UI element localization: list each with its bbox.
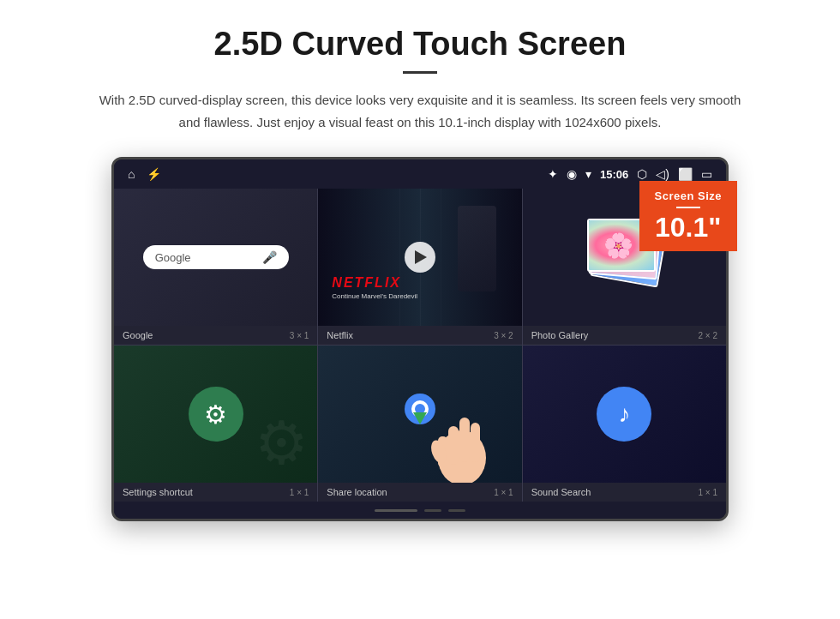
bg-gear-icon: ⚙ [255, 408, 309, 478]
page-description: With 2.5D curved-display screen, this de… [94, 89, 746, 133]
device-frame: ⌂ ⚡ ✦ ◉ ▾ 15:06 ⬡ ◁) ⬜ ▭ [111, 157, 729, 521]
tv-icon: ⬜ [678, 167, 693, 181]
status-left: ⌂ ⚡ [128, 167, 161, 181]
bottom-nav-bar [114, 502, 726, 519]
app-cell-netflix[interactable]: NETFLIX Continue Marvel's Daredevil Netf… [318, 189, 522, 345]
svg-rect-7 [471, 423, 480, 462]
app-cell-google[interactable]: Google 🎤 Google 3 × 1 [114, 189, 318, 345]
google-mic-icon: 🎤 [262, 250, 277, 264]
sound-icon-bg: ♪ [597, 387, 651, 442]
location-icon: ◉ [567, 167, 577, 181]
nav-dot-2 [448, 509, 465, 512]
app-grid: Google 🎤 Google 3 × 1 [114, 189, 726, 502]
netflix-logo: NETFLIX [332, 275, 417, 291]
bluetooth-icon: ✦ [548, 167, 558, 181]
app-row-1: Google 🎤 Google 3 × 1 [114, 189, 726, 346]
share-location-label: Share location [327, 487, 387, 497]
window-icon: ▭ [701, 167, 712, 181]
badge-size: 10.1" [655, 213, 723, 243]
badge-divider [676, 207, 700, 208]
device-wrapper: Screen Size 10.1" ⌂ ⚡ ✦ ◉ ▾ 15:06 ⬡ [111, 157, 729, 521]
wifi-icon: ▾ [585, 167, 591, 181]
photo-gallery-size: 2 × 2 [698, 331, 717, 340]
gear-icon: ⚙ [204, 400, 227, 430]
badge-title: Screen Size [655, 189, 723, 202]
svg-rect-6 [459, 418, 470, 462]
netflix-label-bar: Netflix 3 × 2 [318, 326, 521, 345]
app-row-2: ⚙ ⚙ Settings shortcut 1 × 1 [114, 346, 726, 502]
app-cell-settings[interactable]: ⚙ ⚙ Settings shortcut 1 × 1 [114, 346, 318, 502]
home-indicator [375, 509, 417, 512]
app-cell-share-location[interactable]: Share location 1 × 1 [318, 346, 522, 502]
google-size: 3 × 1 [290, 331, 309, 340]
page-title: 2.5D Curved Touch Screen [214, 26, 627, 63]
share-location-size: 1 × 1 [494, 488, 513, 497]
home-icon: ⌂ [128, 167, 135, 181]
google-label-bar: Google 3 × 1 [114, 326, 317, 345]
netflix-overlay: NETFLIX Continue Marvel's Daredevil [332, 275, 417, 300]
share-location-label-bar: Share location 1 × 1 [318, 483, 521, 502]
screen-size-badge: Screen Size 10.1" [639, 181, 738, 251]
hand-icon [428, 385, 496, 483]
usb-icon: ⚡ [147, 167, 161, 181]
play-triangle-icon [415, 250, 427, 264]
title-divider [403, 71, 437, 74]
settings-size: 1 × 1 [290, 488, 309, 497]
photo-gallery-label-bar: Photo Gallery 2 × 2 [523, 326, 726, 345]
netflix-content: NETFLIX Continue Marvel's Daredevil [318, 189, 521, 326]
status-time: 15:06 [600, 168, 628, 181]
netflix-size: 3 × 2 [494, 331, 513, 340]
camera-icon: ⬡ [637, 167, 647, 181]
google-logo-text: Google [155, 251, 191, 264]
music-note-icon: ♪ [618, 400, 630, 428]
netflix-label: Netflix [327, 330, 353, 340]
netflix-play-button[interactable] [405, 242, 435, 273]
photo-gallery-label: Photo Gallery [531, 330, 589, 340]
volume-icon: ◁) [656, 167, 669, 181]
sound-search-size: 1 × 1 [698, 488, 717, 497]
app-cell-sound-search[interactable]: ♪ Sound Search 1 × 1 [523, 346, 726, 502]
nav-dot-1 [424, 509, 441, 512]
settings-label: Settings shortcut [123, 487, 193, 497]
svg-rect-5 [448, 426, 459, 465]
google-label: Google [123, 330, 153, 340]
settings-content: ⚙ ⚙ [114, 346, 317, 483]
status-right: ✦ ◉ ▾ 15:06 ⬡ ◁) ⬜ ▭ [548, 167, 712, 181]
sound-search-content: ♪ [523, 346, 726, 483]
status-bar: ⌂ ⚡ ✦ ◉ ▾ 15:06 ⬡ ◁) ⬜ ▭ [114, 159, 726, 189]
netflix-subtitle: Continue Marvel's Daredevil [332, 292, 417, 300]
sound-search-label-bar: Sound Search 1 × 1 [523, 483, 726, 502]
share-location-content [318, 346, 521, 483]
google-search-bar[interactable]: Google 🎤 [143, 245, 289, 269]
settings-icon-bg: ⚙ [189, 387, 243, 442]
settings-label-bar: Settings shortcut 1 × 1 [114, 483, 317, 502]
sound-search-label: Sound Search [531, 487, 591, 497]
google-content: Google 🎤 [114, 189, 317, 326]
